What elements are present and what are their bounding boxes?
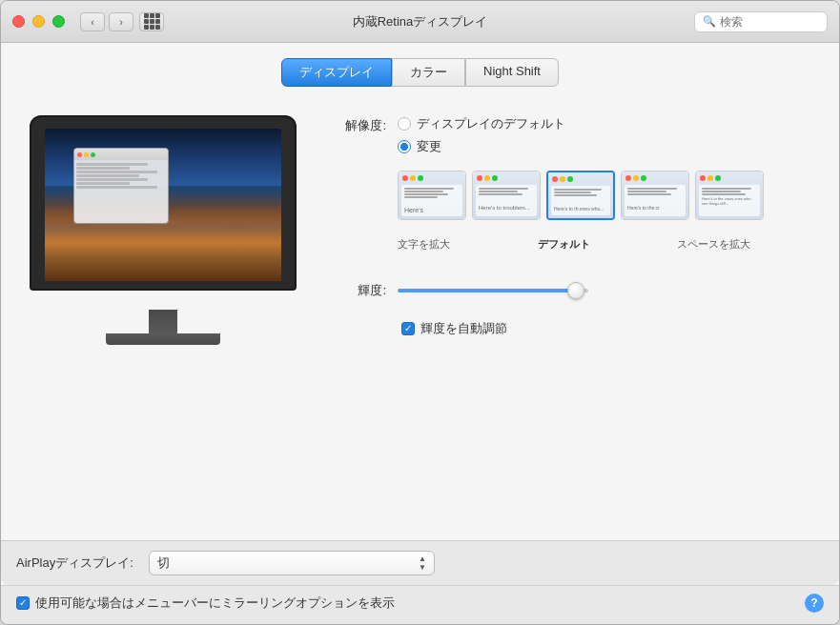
help-button[interactable]: ? — [805, 594, 824, 613]
size-label-enlarge: 文字を拡大 — [398, 237, 450, 252]
monitor-base — [106, 333, 220, 345]
res-line — [404, 191, 443, 192]
res-dots-2 — [477, 175, 498, 181]
res-option-3[interactable]: Here's to th ones who... — [546, 171, 615, 220]
res-line — [404, 188, 454, 190]
res-line — [627, 191, 666, 192]
dot-green-2 — [492, 175, 498, 181]
res-text-4: Here's to the cr troublemakers... — [625, 185, 686, 216]
res-thumbnail-2[interactable]: Here's to troublem... — [472, 171, 541, 220]
auto-brightness-checkbox[interactable]: ✓ — [401, 322, 415, 335]
auto-brightness-row: ✓ 輝度を自動調節 — [401, 320, 820, 337]
resolution-label: 解像度: — [329, 115, 386, 134]
res-line — [702, 193, 746, 195]
dot-yellow-1 — [410, 175, 416, 181]
radio-custom-label: 変更 — [417, 138, 441, 155]
res-line — [479, 191, 518, 192]
screen-line — [76, 186, 157, 189]
res-thumbnail-1[interactable]: Here's — [398, 171, 466, 220]
dot-green-4 — [641, 175, 646, 181]
res-thumbnail-5[interactable]: Here's to the crazy ones who see things … — [695, 171, 764, 220]
res-line — [479, 193, 522, 195]
screen-window — [73, 148, 169, 224]
res-line — [702, 188, 751, 190]
main-content: ディスプレイ カラー Night Shift — [1, 43, 839, 540]
screen-line — [76, 167, 130, 170]
res-line — [479, 188, 528, 190]
res-dots-4 — [625, 175, 646, 181]
res-line — [627, 188, 677, 190]
screen-dot-yellow — [84, 152, 89, 157]
bottom-section: AirPlayディスプレイ: 切 ▲ ▼ ✓ 使用可能な場合はメニューバーにミラ… — [1, 540, 839, 624]
res-thumb-text-4: Here's to the cr troublemakers... — [627, 205, 662, 219]
titlebar: ‹ › 内蔵Retinaディスプレイ 🔍 — [1, 1, 839, 43]
forward-button[interactable]: › — [109, 12, 133, 31]
monitor-neck — [149, 310, 177, 333]
size-label-default: デフォルト — [538, 237, 590, 252]
dot-yellow-5 — [707, 175, 713, 181]
settings-section: 解像度: ディスプレイのデフォルト 変更 — [329, 106, 820, 525]
radio-custom[interactable]: 変更 — [398, 138, 565, 155]
res-option-2[interactable]: Here's to troublem... — [472, 171, 541, 220]
tab-color[interactable]: カラー — [392, 58, 465, 87]
dot-yellow-4 — [633, 175, 639, 181]
res-thumbnail-3[interactable]: Here's to th ones who... — [546, 171, 615, 220]
radio-circle-default[interactable] — [398, 117, 411, 131]
search-input[interactable] — [720, 15, 819, 29]
airplay-select[interactable]: 切 ▲ ▼ — [149, 551, 435, 575]
auto-brightness-label: 輝度を自動調節 — [420, 320, 507, 337]
res-option-1[interactable]: Here's — [398, 171, 466, 220]
res-text-3: Here's to th ones who... — [551, 186, 610, 215]
res-thumb-bg-5: Here's to the crazy ones who see things … — [696, 171, 763, 219]
screen-window-content — [74, 160, 168, 192]
size-labels-row: 文字を拡大 デフォルト スペースを拡大 — [398, 237, 750, 252]
slider-thumb[interactable] — [567, 282, 584, 299]
forward-icon: › — [119, 16, 123, 28]
traffic-lights — [12, 15, 65, 28]
monitor — [30, 115, 297, 345]
close-button[interactable] — [12, 15, 25, 28]
dot-yellow-3 — [560, 176, 565, 182]
mirror-checkbox[interactable]: ✓ — [16, 596, 30, 610]
res-option-4[interactable]: Here's to the cr troublemakers... — [621, 171, 689, 220]
monitor-section — [20, 106, 306, 525]
brightness-section: 輝度: — [329, 282, 820, 299]
res-line — [702, 191, 741, 192]
res-thumb-text-1: Here's — [404, 207, 423, 213]
radio-default-label: ディスプレイのデフォルト — [417, 115, 565, 132]
resolution-radio-group: ディスプレイのデフォルト 変更 — [398, 115, 565, 155]
search-box[interactable]: 🔍 — [694, 11, 828, 32]
res-thumbnail-4[interactable]: Here's to the cr troublemakers... — [621, 171, 689, 220]
monitor-frame — [30, 115, 297, 291]
grid-button[interactable] — [139, 12, 164, 31]
res-option-5[interactable]: Here's to the crazy ones who see things … — [695, 171, 764, 220]
screen-window-titlebar — [74, 149, 168, 160]
resolution-row: 解像度: ディスプレイのデフォルト 変更 — [329, 115, 820, 155]
brightness-slider[interactable] — [398, 289, 588, 292]
res-text-2: Here's to troublem... — [476, 185, 537, 216]
maximize-button[interactable] — [52, 15, 65, 28]
radio-default[interactable]: ディスプレイのデフォルト — [398, 115, 565, 132]
tab-display[interactable]: ディスプレイ — [281, 58, 392, 87]
brightness-label: 輝度: — [329, 282, 386, 299]
back-button[interactable]: ‹ — [80, 12, 105, 31]
res-thumb-text-5: Here's to the crazy ones who see things … — [702, 196, 757, 206]
search-icon: 🔍 — [703, 15, 716, 28]
tab-night-shift[interactable]: Night Shift — [465, 58, 559, 87]
monitor-stand — [30, 291, 297, 345]
screen-dot-red — [77, 152, 82, 157]
help-icon: ? — [810, 596, 817, 610]
dot-yellow-2 — [484, 175, 490, 181]
minimize-button[interactable] — [32, 15, 45, 28]
res-dots-1 — [402, 175, 423, 181]
airplay-select-arrows: ▲ ▼ — [419, 555, 426, 572]
bottom-bar: AirPlayディスプレイ: 切 ▲ ▼ — [1, 540, 839, 585]
res-line — [627, 193, 671, 195]
res-dots-3 — [552, 176, 573, 182]
radio-circle-custom[interactable] — [398, 140, 411, 153]
mirror-checkmark-icon: ✓ — [19, 598, 27, 608]
res-line — [554, 189, 602, 191]
back-icon: ‹ — [91, 16, 94, 28]
main-panel: 解像度: ディスプレイのデフォルト 変更 — [20, 106, 820, 525]
tab-bar: ディスプレイ カラー Night Shift — [20, 58, 820, 87]
